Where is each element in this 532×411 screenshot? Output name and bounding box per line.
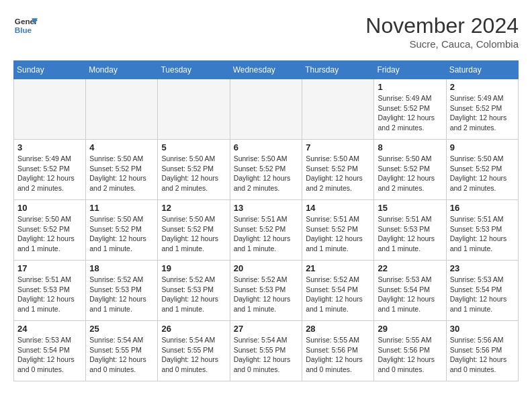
calendar-cell: 14Sunrise: 5:51 AM Sunset: 5:52 PM Dayli… xyxy=(302,200,374,261)
day-info: Sunrise: 5:52 AM Sunset: 5:53 PM Dayligh… xyxy=(161,275,226,314)
day-info: Sunrise: 5:52 AM Sunset: 5:53 PM Dayligh… xyxy=(234,275,298,314)
calendar-week-row: 24Sunrise: 5:53 AM Sunset: 5:54 PM Dayli… xyxy=(14,321,519,381)
day-info: Sunrise: 5:50 AM Sunset: 5:52 PM Dayligh… xyxy=(234,154,298,193)
day-number: 2 xyxy=(450,82,515,92)
calendar-cell: 24Sunrise: 5:53 AM Sunset: 5:54 PM Dayli… xyxy=(14,321,86,381)
calendar-week-row: 10Sunrise: 5:50 AM Sunset: 5:52 PM Dayli… xyxy=(14,200,519,261)
day-number: 18 xyxy=(89,263,154,273)
calendar-cell: 18Sunrise: 5:52 AM Sunset: 5:53 PM Dayli… xyxy=(86,261,158,321)
calendar-cell: 19Sunrise: 5:52 AM Sunset: 5:53 PM Dayli… xyxy=(158,261,230,321)
calendar-cell xyxy=(14,79,86,140)
day-number: 26 xyxy=(161,324,226,334)
day-number: 6 xyxy=(234,142,298,152)
day-info: Sunrise: 5:55 AM Sunset: 5:56 PM Dayligh… xyxy=(306,335,370,375)
weekday-header: Sunday xyxy=(14,61,86,79)
calendar-cell: 15Sunrise: 5:51 AM Sunset: 5:53 PM Dayli… xyxy=(374,200,446,261)
day-info: Sunrise: 5:50 AM Sunset: 5:52 PM Dayligh… xyxy=(17,214,82,254)
day-number: 14 xyxy=(306,203,370,213)
day-number: 8 xyxy=(378,142,442,152)
day-info: Sunrise: 5:50 AM Sunset: 5:52 PM Dayligh… xyxy=(161,214,226,254)
day-number: 25 xyxy=(89,324,154,334)
calendar-cell: 10Sunrise: 5:50 AM Sunset: 5:52 PM Dayli… xyxy=(14,200,86,261)
day-number: 30 xyxy=(450,324,515,334)
calendar-cell: 28Sunrise: 5:55 AM Sunset: 5:56 PM Dayli… xyxy=(302,321,374,381)
day-number: 19 xyxy=(161,263,226,273)
calendar-cell xyxy=(86,79,158,140)
day-number: 16 xyxy=(450,203,515,213)
day-info: Sunrise: 5:53 AM Sunset: 5:54 PM Dayligh… xyxy=(17,335,82,375)
logo-icon: General Blue xyxy=(13,13,38,38)
page-header: General Blue November 2024 Sucre, Cauca,… xyxy=(13,13,519,50)
weekday-header: Friday xyxy=(374,61,446,79)
day-info: Sunrise: 5:49 AM Sunset: 5:52 PM Dayligh… xyxy=(450,93,515,133)
location-subtitle: Sucre, Cauca, Colombia xyxy=(365,38,519,50)
day-info: Sunrise: 5:50 AM Sunset: 5:52 PM Dayligh… xyxy=(378,154,442,193)
day-info: Sunrise: 5:51 AM Sunset: 5:53 PM Dayligh… xyxy=(17,275,82,314)
logo: General Blue xyxy=(13,13,38,38)
day-info: Sunrise: 5:56 AM Sunset: 5:56 PM Dayligh… xyxy=(450,335,515,375)
day-number: 24 xyxy=(17,324,82,334)
day-info: Sunrise: 5:54 AM Sunset: 5:55 PM Dayligh… xyxy=(234,335,298,375)
calendar-cell: 11Sunrise: 5:50 AM Sunset: 5:52 PM Dayli… xyxy=(86,200,158,261)
calendar-cell: 7Sunrise: 5:50 AM Sunset: 5:52 PM Daylig… xyxy=(302,140,374,200)
day-info: Sunrise: 5:50 AM Sunset: 5:52 PM Dayligh… xyxy=(89,214,154,254)
calendar-week-row: 1Sunrise: 5:49 AM Sunset: 5:52 PM Daylig… xyxy=(14,79,519,140)
day-info: Sunrise: 5:52 AM Sunset: 5:54 PM Dayligh… xyxy=(306,275,370,314)
title-block: November 2024 Sucre, Cauca, Colombia xyxy=(365,13,519,50)
day-number: 15 xyxy=(378,203,442,213)
day-number: 20 xyxy=(234,263,298,273)
calendar-cell: 30Sunrise: 5:56 AM Sunset: 5:56 PM Dayli… xyxy=(446,321,518,381)
day-info: Sunrise: 5:51 AM Sunset: 5:52 PM Dayligh… xyxy=(306,214,370,254)
day-number: 27 xyxy=(234,324,298,334)
day-info: Sunrise: 5:55 AM Sunset: 5:56 PM Dayligh… xyxy=(378,335,442,375)
day-number: 5 xyxy=(161,142,226,152)
calendar-cell: 9Sunrise: 5:50 AM Sunset: 5:52 PM Daylig… xyxy=(446,140,518,200)
calendar-header-row: SundayMondayTuesdayWednesdayThursdayFrid… xyxy=(14,61,519,79)
day-info: Sunrise: 5:50 AM Sunset: 5:52 PM Dayligh… xyxy=(89,154,154,193)
day-info: Sunrise: 5:54 AM Sunset: 5:55 PM Dayligh… xyxy=(89,335,154,375)
day-number: 17 xyxy=(17,263,82,273)
day-number: 12 xyxy=(161,203,226,213)
day-info: Sunrise: 5:51 AM Sunset: 5:53 PM Dayligh… xyxy=(450,214,515,254)
calendar-cell: 26Sunrise: 5:54 AM Sunset: 5:55 PM Dayli… xyxy=(158,321,230,381)
calendar-cell: 5Sunrise: 5:50 AM Sunset: 5:52 PM Daylig… xyxy=(158,140,230,200)
day-info: Sunrise: 5:51 AM Sunset: 5:53 PM Dayligh… xyxy=(378,214,442,254)
calendar-cell: 27Sunrise: 5:54 AM Sunset: 5:55 PM Dayli… xyxy=(230,321,302,381)
day-number: 9 xyxy=(450,142,515,152)
calendar-cell xyxy=(158,79,230,140)
calendar-week-row: 17Sunrise: 5:51 AM Sunset: 5:53 PM Dayli… xyxy=(14,261,519,321)
day-info: Sunrise: 5:52 AM Sunset: 5:53 PM Dayligh… xyxy=(89,275,154,314)
calendar-cell: 2Sunrise: 5:49 AM Sunset: 5:52 PM Daylig… xyxy=(446,79,518,140)
calendar-cell: 4Sunrise: 5:50 AM Sunset: 5:52 PM Daylig… xyxy=(86,140,158,200)
day-number: 21 xyxy=(306,263,370,273)
day-number: 7 xyxy=(306,142,370,152)
calendar-cell: 17Sunrise: 5:51 AM Sunset: 5:53 PM Dayli… xyxy=(14,261,86,321)
day-info: Sunrise: 5:53 AM Sunset: 5:54 PM Dayligh… xyxy=(450,275,515,314)
day-number: 29 xyxy=(378,324,442,334)
weekday-header: Tuesday xyxy=(158,61,230,79)
calendar-cell: 6Sunrise: 5:50 AM Sunset: 5:52 PM Daylig… xyxy=(230,140,302,200)
weekday-header: Monday xyxy=(86,61,158,79)
weekday-header: Saturday xyxy=(446,61,518,79)
calendar-table: SundayMondayTuesdayWednesdayThursdayFrid… xyxy=(13,60,519,381)
day-info: Sunrise: 5:51 AM Sunset: 5:52 PM Dayligh… xyxy=(234,214,298,254)
calendar-cell: 16Sunrise: 5:51 AM Sunset: 5:53 PM Dayli… xyxy=(446,200,518,261)
calendar-cell: 3Sunrise: 5:49 AM Sunset: 5:52 PM Daylig… xyxy=(14,140,86,200)
day-number: 13 xyxy=(234,203,298,213)
calendar-cell: 25Sunrise: 5:54 AM Sunset: 5:55 PM Dayli… xyxy=(86,321,158,381)
day-info: Sunrise: 5:49 AM Sunset: 5:52 PM Dayligh… xyxy=(17,154,82,193)
day-number: 3 xyxy=(17,142,82,152)
calendar-cell xyxy=(230,79,302,140)
day-number: 22 xyxy=(378,263,442,273)
day-info: Sunrise: 5:49 AM Sunset: 5:52 PM Dayligh… xyxy=(378,93,442,133)
weekday-header: Thursday xyxy=(302,61,374,79)
calendar-cell: 22Sunrise: 5:53 AM Sunset: 5:54 PM Dayli… xyxy=(374,261,446,321)
day-info: Sunrise: 5:50 AM Sunset: 5:52 PM Dayligh… xyxy=(161,154,226,193)
day-number: 28 xyxy=(306,324,370,334)
calendar-week-row: 3Sunrise: 5:49 AM Sunset: 5:52 PM Daylig… xyxy=(14,140,519,200)
day-info: Sunrise: 5:50 AM Sunset: 5:52 PM Dayligh… xyxy=(450,154,515,193)
day-number: 10 xyxy=(17,203,82,213)
weekday-header: Wednesday xyxy=(230,61,302,79)
calendar-cell: 1Sunrise: 5:49 AM Sunset: 5:52 PM Daylig… xyxy=(374,79,446,140)
day-info: Sunrise: 5:54 AM Sunset: 5:55 PM Dayligh… xyxy=(161,335,226,375)
